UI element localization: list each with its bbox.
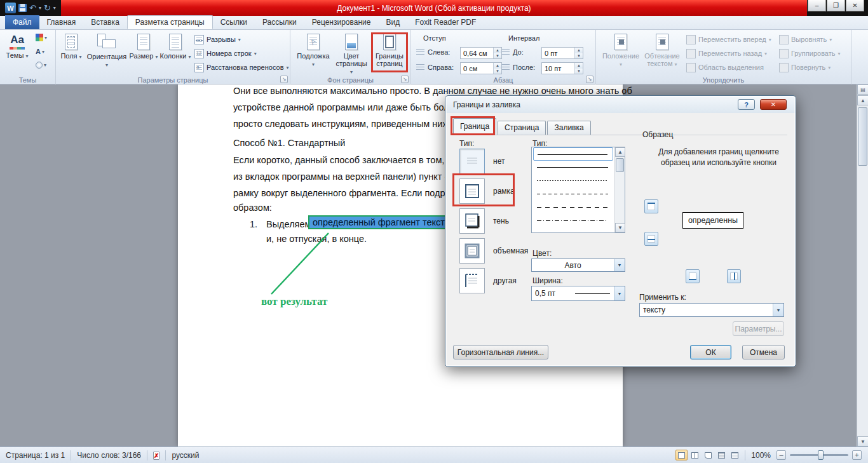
horizontal-line-button[interactable]: Горизонтальная линия... <box>453 345 548 359</box>
watermark-button[interactable]: A Подложка ▾ <box>295 32 331 69</box>
line-style-option-solid-thin[interactable] <box>533 147 613 161</box>
page-background-dialog-launcher[interactable]: ↘ <box>401 76 409 83</box>
scroll-down-icon[interactable]: ▼ <box>857 436 868 446</box>
hyphenation-button[interactable]: Расстановка переносов▾ <box>194 61 289 74</box>
tab-review[interactable]: Рецензирование <box>304 15 379 29</box>
tab-mailings[interactable]: Рассылки <box>255 15 304 29</box>
position-button[interactable]: Положение ▾ <box>602 32 639 69</box>
preview-sample-box[interactable]: определенны <box>682 212 743 229</box>
tab-file[interactable]: Файл <box>5 15 39 29</box>
draft-view-button[interactable] <box>729 450 741 460</box>
apply-to-dropdown-icon[interactable]: ▼ <box>773 304 783 316</box>
print-layout-view-button[interactable] <box>675 450 688 460</box>
orientation-button[interactable]: Ориентация ▾ <box>86 32 127 69</box>
ruler-toggle-icon[interactable]: ▤ <box>857 84 868 95</box>
zoom-level[interactable]: 100% <box>745 451 776 460</box>
line-style-option-wide-dashed[interactable] <box>533 201 613 214</box>
spinner-arrows-icon[interactable]: ▲▼ <box>493 63 501 74</box>
zoom-slider[interactable] <box>790 454 848 456</box>
color-dropdown-icon[interactable]: ▼ <box>614 259 625 271</box>
theme-colors-button[interactable]: ▾ <box>36 34 47 41</box>
theme-fonts-button[interactable]: A▾ <box>36 48 44 55</box>
tab-insert[interactable]: Вставка <box>83 15 127 29</box>
theme-effects-button[interactable]: ▾ <box>36 62 46 69</box>
margins-button[interactable]: Поля ▾ <box>57 32 85 61</box>
breaks-button[interactable]: Разрывы▾ <box>194 33 241 46</box>
border-setting-box[interactable]: рамка <box>459 178 515 204</box>
word-count[interactable]: Число слов: 3/166 <box>71 451 147 460</box>
word-logo-icon[interactable]: W <box>5 3 16 13</box>
ok-button[interactable]: ОК <box>690 345 731 359</box>
line-numbers-button[interactable]: Номера строк▾ <box>194 47 257 60</box>
cancel-button[interactable]: Отмена <box>742 345 785 359</box>
border-none-icon[interactable] <box>459 149 485 174</box>
border-setting-3d[interactable]: объемная <box>459 238 528 264</box>
rotate-button[interactable]: Повернуть▾ <box>779 61 831 74</box>
align-button[interactable]: Выровнять▾ <box>779 33 832 46</box>
color-combobox[interactable]: Авто ▼ <box>531 258 625 272</box>
dialog-tab-border[interactable]: Граница <box>453 118 496 135</box>
zoom-in-button[interactable]: + <box>852 450 862 460</box>
zoom-slider-thumb[interactable] <box>818 450 824 460</box>
border-custom-icon[interactable] <box>459 268 485 293</box>
page-color-button[interactable]: Цвет страницы ▾ <box>334 32 369 76</box>
border-shadow-icon[interactable] <box>459 208 485 234</box>
undo-dropdown-icon[interactable]: ▾ <box>39 5 41 11</box>
wrap-text-button[interactable]: Обтекание текстом ▾ <box>642 32 682 69</box>
web-layout-view-button[interactable] <box>702 450 714 460</box>
language-indicator[interactable]: русский <box>166 451 205 460</box>
proofing-status[interactable]: ✗ <box>147 451 165 460</box>
repeat-icon[interactable]: ↻ <box>44 4 51 12</box>
bring-forward-button[interactable]: Переместить вперед▾ <box>686 33 771 46</box>
border-setting-custom[interactable]: другая <box>459 268 517 293</box>
line-style-option-fine-dashed[interactable] <box>533 174 613 187</box>
preview-vertical-border-button[interactable] <box>727 269 741 283</box>
preview-middle-border-button[interactable] <box>644 232 658 246</box>
page-borders-button[interactable]: Границы страниц <box>372 32 407 67</box>
save-icon[interactable] <box>18 4 27 12</box>
size-button[interactable]: Размер ▾ <box>128 32 159 61</box>
border-setting-none[interactable]: нет <box>459 149 505 174</box>
apply-to-combobox[interactable]: тексту ▼ <box>639 303 784 317</box>
width-dropdown-icon[interactable]: ▼ <box>614 286 625 300</box>
tab-home[interactable]: Главная <box>39 15 84 29</box>
scroll-up-icon[interactable]: ▲ <box>857 95 868 105</box>
spacing-after-spinner[interactable]: 10 пт ▲▼ <box>541 62 583 74</box>
send-backward-button[interactable]: Переместить назад▾ <box>686 47 767 60</box>
width-combobox[interactable]: 0,5 пт ▼ <box>531 286 625 301</box>
preview-bottom-border-button[interactable] <box>686 269 700 283</box>
style-scrollbar-thumb[interactable] <box>616 158 624 172</box>
tab-page-layout[interactable]: Разметка страницы <box>127 15 213 29</box>
qat-customize-icon[interactable]: ▾ <box>53 5 56 11</box>
dialog-help-button[interactable]: ? <box>738 99 755 110</box>
page-setup-dialog-launcher[interactable]: ↘ <box>280 76 288 83</box>
outline-view-button[interactable] <box>715 450 728 460</box>
vertical-scrollbar[interactable]: ▤ ▲ ▼ <box>857 84 868 446</box>
border-3d-icon[interactable] <box>459 238 485 264</box>
themes-button[interactable]: Aa Темы ▾ <box>3 32 32 60</box>
selection-pane-button[interactable]: Область выделения <box>686 61 764 74</box>
spinner-arrows-icon[interactable]: ▲▼ <box>493 48 501 58</box>
line-style-option-dashed[interactable] <box>533 187 613 201</box>
paragraph-dialog-launcher[interactable]: ↘ <box>586 76 593 83</box>
spacing-before-spinner[interactable]: 0 пт ▲▼ <box>541 47 583 59</box>
indent-left-spinner[interactable]: 0,64 см ▲▼ <box>460 47 502 59</box>
line-style-list[interactable]: ▲ ▼ <box>531 147 625 233</box>
preview-top-border-button[interactable] <box>644 199 658 213</box>
spinner-arrows-icon[interactable]: ▲▼ <box>574 48 583 58</box>
dialog-close-button[interactable]: ✕ <box>760 99 787 110</box>
style-scroll-down-icon[interactable]: ▼ <box>615 223 625 232</box>
page-indicator[interactable]: Страница: 1 из 1 <box>0 451 71 460</box>
columns-button[interactable]: Колонки ▾ <box>159 32 192 61</box>
tab-view[interactable]: Вид <box>378 15 407 29</box>
tab-foxit-pdf[interactable]: Foxit Reader PDF <box>407 15 484 29</box>
scrollbar-thumb[interactable] <box>858 107 867 166</box>
undo-icon[interactable]: ↶ <box>29 4 36 12</box>
minimize-button[interactable]: ‒ <box>808 0 826 11</box>
line-style-option-dash-dot[interactable] <box>533 214 613 227</box>
line-style-scrollbar[interactable]: ▲ ▼ <box>614 147 625 232</box>
close-button[interactable]: ✕ <box>846 0 864 11</box>
group-objects-button[interactable]: Группировать▾ <box>779 47 841 60</box>
zoom-out-button[interactable]: – <box>776 450 786 460</box>
style-scroll-up-icon[interactable]: ▲ <box>615 147 625 157</box>
